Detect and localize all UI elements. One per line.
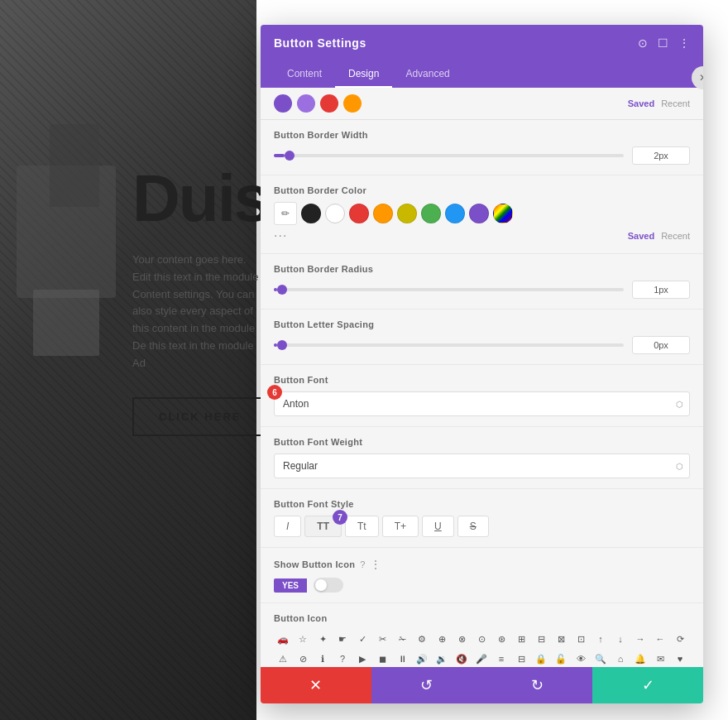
- top-recent-link[interactable]: Recent: [661, 98, 690, 108]
- icon-star2[interactable]: ✦: [314, 630, 332, 648]
- font-style-allcaps[interactable]: TT 7: [304, 516, 342, 537]
- letter-spacing-value[interactable]: 0px: [632, 336, 690, 354]
- icon-warning[interactable]: ⚠: [274, 650, 292, 667]
- expand-icon[interactable]: ☐: [658, 36, 668, 50]
- font-select[interactable]: Anton: [274, 391, 690, 416]
- border-swatch-green[interactable]: [421, 204, 441, 223]
- panel-header: Button Settings ⊙ ☐ ⋮: [261, 25, 703, 61]
- save-button[interactable]: ✓: [592, 667, 703, 703]
- icon-info[interactable]: ℹ: [314, 650, 332, 667]
- icon-home[interactable]: ⌂: [611, 650, 630, 667]
- icon-ban[interactable]: ⊘: [294, 650, 312, 667]
- icon-lock[interactable]: 🔒: [532, 650, 550, 667]
- icon-question[interactable]: ?: [333, 650, 352, 667]
- redo-button[interactable]: ↻: [482, 667, 593, 703]
- icon-vol-mute[interactable]: 🔇: [453, 650, 471, 667]
- icon-refresh[interactable]: ⟳: [671, 630, 689, 648]
- icon-vol-up[interactable]: 🔊: [413, 650, 431, 667]
- icon-sq-minus[interactable]: ⊟: [532, 630, 550, 648]
- preview-cta-button[interactable]: CLICK HERE: [132, 397, 267, 436]
- top-saved-link[interactable]: Saved: [628, 98, 654, 108]
- border-swatch-white[interactable]: [325, 204, 345, 223]
- border-width-thumb[interactable]: [285, 151, 295, 161]
- icon-asterisk-c[interactable]: ⊛: [492, 630, 510, 648]
- border-swatch-red[interactable]: [349, 204, 369, 223]
- border-radius-value[interactable]: 1px: [632, 281, 690, 299]
- top-swatch-2[interactable]: [297, 94, 315, 113]
- icon-search[interactable]: 🔍: [592, 650, 610, 667]
- cancel-button[interactable]: ✕: [261, 667, 371, 703]
- font-style-uppercase-plus[interactable]: T+: [382, 516, 419, 537]
- icon-stop[interactable]: ◼: [373, 650, 391, 667]
- more-options-icon[interactable]: ⋮: [678, 36, 690, 50]
- font-style-underline[interactable]: U: [422, 516, 454, 537]
- letter-spacing-thumb[interactable]: [277, 340, 287, 350]
- icon-arrow-dn[interactable]: ↓: [611, 630, 630, 648]
- icon-play[interactable]: ▶: [353, 650, 371, 667]
- border-radius-track[interactable]: [274, 288, 624, 291]
- icon-pause[interactable]: ⏸: [393, 650, 411, 667]
- undo-button[interactable]: ↺: [371, 667, 482, 703]
- top-swatch-4[interactable]: [343, 94, 362, 113]
- border-swatch-blue[interactable]: [445, 204, 465, 223]
- toggle-yes-label[interactable]: YES: [274, 578, 307, 593]
- icon-sq-plus[interactable]: ⊞: [512, 630, 530, 648]
- icon-unlock[interactable]: 🔓: [552, 650, 570, 667]
- letter-spacing-track[interactable]: [274, 343, 624, 347]
- icon-arrow-rt[interactable]: →: [631, 630, 649, 648]
- tab-content[interactable]: Content: [274, 61, 335, 88]
- border-swatch-yellow[interactable]: [397, 204, 417, 223]
- border-color-swatches: ✏: [274, 202, 690, 225]
- icon-sq-dot[interactable]: ⊡: [572, 630, 590, 648]
- icon-vol-dn[interactable]: 🔉: [433, 650, 451, 667]
- border-color-recent[interactable]: Recent: [661, 231, 690, 241]
- top-swatch-3[interactable]: [320, 94, 338, 113]
- settings-icon[interactable]: ⊙: [638, 36, 648, 50]
- icon-mic[interactable]: 🎤: [472, 650, 491, 667]
- icon-sq-x[interactable]: ⊠: [552, 630, 570, 648]
- border-color-label: Button Border Color: [274, 185, 690, 195]
- icon-check[interactable]: ✓: [353, 630, 371, 648]
- icon-scissors2[interactable]: ✁: [393, 630, 411, 648]
- font-style-capitalize[interactable]: Tt: [345, 516, 379, 537]
- top-swatch-1[interactable]: [274, 94, 292, 113]
- font-label: Button Font: [274, 375, 690, 385]
- icon-car[interactable]: 🚗: [274, 630, 292, 648]
- icon-bell[interactable]: 🔔: [631, 650, 649, 667]
- icon-gear[interactable]: ⚙: [413, 630, 431, 648]
- icon-plus-c[interactable]: ⊕: [433, 630, 451, 648]
- border-width-value[interactable]: 2px: [632, 146, 690, 165]
- tab-advanced[interactable]: Advanced: [392, 61, 462, 88]
- show-icon-more[interactable]: ⋮: [370, 558, 381, 571]
- border-swatch-black[interactable]: [301, 204, 321, 223]
- border-width-track[interactable]: [274, 154, 624, 157]
- icon-cross-c[interactable]: ⊗: [453, 630, 471, 648]
- icon-list[interactable]: ≡: [492, 650, 510, 667]
- show-icon-toggle[interactable]: [314, 578, 343, 593]
- panel-header-actions: ⊙ ☐ ⋮: [638, 36, 690, 50]
- border-color-more-dots[interactable]: ···: [274, 228, 287, 243]
- border-color-picker[interactable]: ✏: [274, 202, 297, 225]
- icon-arrow-up[interactable]: ↑: [592, 630, 610, 648]
- font-weight-select-wrapper: Regular: [274, 454, 690, 478]
- tab-design[interactable]: Design: [335, 61, 392, 88]
- icon-grid2[interactable]: ⊟: [512, 650, 530, 667]
- icon-arrow-r[interactable]: ☛: [333, 630, 352, 648]
- border-radius-thumb[interactable]: [277, 285, 287, 295]
- border-swatch-purple[interactable]: [469, 204, 489, 223]
- border-radius-slider-row: 1px: [274, 281, 690, 299]
- icon-circle-dot[interactable]: ⊙: [472, 630, 491, 648]
- border-color-saved[interactable]: Saved: [628, 231, 654, 241]
- border-swatch-orange[interactable]: [373, 204, 393, 223]
- border-swatch-gradient[interactable]: [493, 204, 513, 223]
- show-icon-help[interactable]: ?: [360, 559, 365, 569]
- icon-arrow-lt[interactable]: ←: [651, 630, 669, 648]
- icon-eye[interactable]: 👁: [572, 650, 590, 667]
- icon-star[interactable]: ☆: [294, 630, 312, 648]
- icon-mail[interactable]: ✉: [651, 650, 669, 667]
- font-weight-select[interactable]: Regular: [274, 454, 690, 478]
- font-style-strikethrough[interactable]: S: [457, 516, 489, 537]
- font-style-italic[interactable]: I: [274, 516, 301, 537]
- icon-scissors[interactable]: ✂: [373, 630, 391, 648]
- icon-heart[interactable]: ♥: [671, 650, 689, 667]
